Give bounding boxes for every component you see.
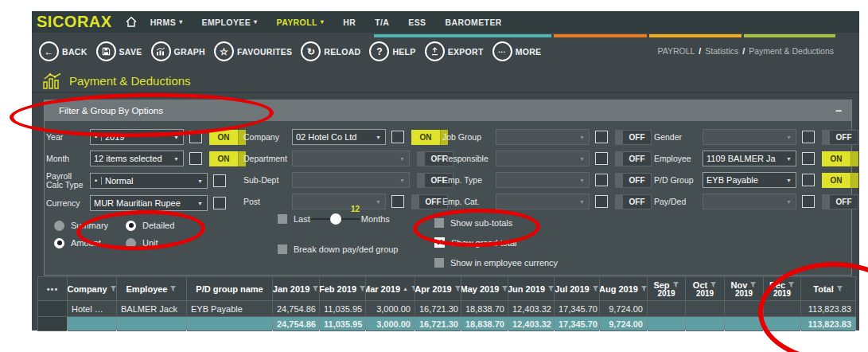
column-header-apr-2019[interactable]: Apr 2019 <box>415 277 461 301</box>
collapse-button[interactable]: − <box>835 105 842 116</box>
months-slider-thumb[interactable] <box>330 213 341 225</box>
filter-panel-header[interactable]: Filter & Group By Options − <box>45 100 851 121</box>
post-checkbox[interactable] <box>391 195 404 208</box>
currency-checkbox[interactable] <box>213 197 226 209</box>
payroll-calc-type-checkbox[interactable] <box>213 174 226 187</box>
pay-ded-toggle[interactable]: OFF <box>822 194 858 209</box>
column-header-sep-2019[interactable]: Sep2019 <box>648 277 686 301</box>
breadcrumb-item-payment-deductions[interactable]: Payment & Deductions <box>749 46 834 56</box>
column-header-menu[interactable]: ••• <box>38 277 68 301</box>
save-button[interactable]: SAVE <box>96 41 142 61</box>
column-header-mar-2019[interactable]: Mar 2019▲ <box>366 277 415 301</box>
emp-cat-toggle[interactable]: OFF <box>615 194 652 209</box>
emp-type-dropdown[interactable]: ▼ <box>496 172 590 188</box>
column-header-company[interactable]: Company <box>68 277 117 301</box>
more-button[interactable]: •••MORE <box>492 41 542 61</box>
graph-button[interactable]: GRAPH <box>151 41 205 61</box>
gender-dropdown[interactable]: ▼ <box>703 129 796 145</box>
emp-type-checkbox[interactable] <box>595 174 608 186</box>
column-header-may-2019[interactable]: May 2019 <box>461 277 508 301</box>
amount-radio[interactable]: Amount <box>54 238 126 248</box>
responsible-checkbox[interactable] <box>595 152 608 165</box>
pay-ded-dropdown[interactable]: ▼ <box>703 194 796 209</box>
job-group-checkbox[interactable] <box>595 131 608 143</box>
job-group-toggle[interactable]: OFF <box>615 130 652 145</box>
gender-toggle[interactable]: OFF <box>822 130 858 145</box>
year-dropdown[interactable]: •2019▼ <box>90 129 184 145</box>
reload-button[interactable]: ↻RELOAD <box>301 41 360 61</box>
export-button[interactable]: EXPORT <box>425 41 484 61</box>
year-toggle[interactable]: ON <box>209 130 246 145</box>
nav-item-barometer[interactable]: BAROMETER <box>446 18 502 27</box>
column-header-total[interactable]: Total <box>801 277 856 301</box>
home-icon[interactable] <box>125 16 138 28</box>
nav-item-ess[interactable]: ESS <box>408 18 426 27</box>
employee-checkbox[interactable] <box>802 152 815 165</box>
month-dropdown[interactable]: 12 items selected▼ <box>90 151 184 166</box>
show-sub-totals-checkbox[interactable] <box>434 218 444 228</box>
filter-funnel-icon[interactable] <box>749 280 757 290</box>
nav-item-employee[interactable]: EMPLOYEE▾ <box>202 18 258 27</box>
emp-cat-checkbox[interactable] <box>595 195 608 208</box>
p-d-group-dropdown[interactable]: EYB Payable▼ <box>703 172 796 188</box>
last-months-checkbox[interactable] <box>278 214 287 224</box>
column-header-jan-2019[interactable]: Jan 2019 <box>273 277 320 301</box>
filter-funnel-icon[interactable] <box>359 284 365 294</box>
filter-funnel-icon[interactable] <box>312 284 319 294</box>
filter-funnel-icon[interactable] <box>672 280 679 290</box>
emp-cat-dropdown[interactable]: ▼ <box>496 194 590 209</box>
break-down-pay-ded-group-checkbox[interactable] <box>278 244 287 254</box>
sub-dept-dropdown[interactable]: ▼ <box>292 172 410 188</box>
unit-radio[interactable]: Unit <box>126 238 197 248</box>
responsible-dropdown[interactable]: ▼ <box>496 151 590 166</box>
filter-funnel-icon[interactable] <box>710 280 717 290</box>
payroll-calc-type-dropdown[interactable]: •Normal▼ <box>90 173 208 189</box>
filter-funnel-icon[interactable] <box>454 284 461 294</box>
favourites-button[interactable]: ☆FAVOURITES <box>214 41 292 61</box>
detailed-radio[interactable]: Detailed <box>126 221 197 231</box>
job-group-dropdown[interactable]: ▼ <box>496 129 590 145</box>
help-button[interactable]: ?HELP <box>369 41 415 61</box>
filter-funnel-icon[interactable] <box>110 284 117 294</box>
breadcrumb-item-payroll[interactable]: PAYROLL <box>657 46 695 56</box>
pay-ded-checkbox[interactable] <box>802 195 815 208</box>
summary-radio[interactable]: Summary <box>54 221 126 231</box>
company-checkbox[interactable] <box>391 131 404 143</box>
column-header-oct-2019[interactable]: Oct2019 <box>686 277 725 301</box>
nav-item-hrms[interactable]: HRMS▾ <box>150 18 183 27</box>
column-header-employee[interactable]: Employee <box>117 277 187 301</box>
employee-dropdown[interactable]: 1109 BALMER Ja▼ <box>703 151 796 166</box>
department-dropdown[interactable]: ▼ <box>292 151 410 166</box>
months-slider-track[interactable] <box>311 218 360 220</box>
p-d-group-checkbox[interactable] <box>802 174 815 186</box>
month-toggle[interactable]: ON <box>209 151 246 166</box>
currency-dropdown[interactable]: MUR Mauritian Rupee▼ <box>90 195 208 211</box>
totals-row[interactable]: 24,754.8611,035.953,000.0016,721.3018,83… <box>38 317 856 331</box>
show-grand-total-checkbox[interactable]: ✔ <box>434 237 445 248</box>
filter-funnel-icon[interactable] <box>411 284 415 294</box>
show-in-employee-currency-checkbox[interactable] <box>434 258 444 268</box>
filter-funnel-icon[interactable] <box>547 284 554 294</box>
filter-funnel-icon[interactable] <box>592 284 599 294</box>
column-header-p-d-group-name[interactable]: P/D group name <box>187 277 273 301</box>
filter-funnel-icon[interactable] <box>788 280 795 290</box>
month-checkbox[interactable] <box>189 152 202 165</box>
column-header-dec-2019[interactable]: Dec2019 <box>764 277 801 301</box>
year-checkbox[interactable] <box>189 131 202 143</box>
column-header-feb-2019[interactable]: Feb 2019 <box>320 277 366 301</box>
filter-funnel-icon[interactable] <box>836 284 843 294</box>
nav-item-t-a[interactable]: T/A <box>375 18 389 27</box>
p-d-group-toggle[interactable]: ON <box>822 173 858 188</box>
gender-checkbox[interactable] <box>802 131 815 143</box>
column-header-jun-2019[interactable]: Jun 2019 <box>508 277 555 301</box>
nav-item-hr[interactable]: HR <box>343 18 356 27</box>
company-dropdown[interactable]: 02 Hotel Co Ltd▼ <box>292 129 386 145</box>
nav-item-payroll[interactable]: PAYROLL▾ <box>277 18 325 27</box>
filter-funnel-icon[interactable] <box>501 284 508 294</box>
column-header-aug-2019[interactable]: Aug 2019 <box>600 277 648 301</box>
filter-funnel-icon[interactable] <box>640 284 648 294</box>
responsible-toggle[interactable]: OFF <box>615 151 652 166</box>
post-dropdown[interactable]: ▼ <box>292 194 386 209</box>
column-header-jul-2019[interactable]: Jul 2019 <box>555 277 600 301</box>
column-header-nov-2019[interactable]: Nov2019 <box>725 277 764 301</box>
